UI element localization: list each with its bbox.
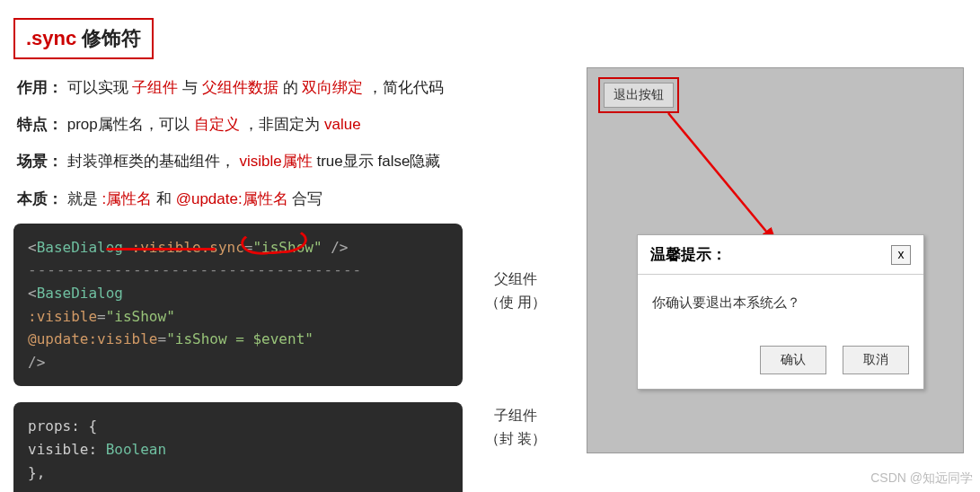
code-block-child: props: { visible: Boolean }, this.$emit(… (13, 402, 463, 492)
svg-line-0 (668, 113, 776, 243)
watermark: CSDN @知远同学 (870, 470, 973, 487)
title-suffix: 修饰符 (76, 27, 141, 49)
text: 与 (182, 79, 202, 96)
tok: < (28, 239, 37, 256)
highlight: visible属性 (239, 153, 312, 170)
annotation-line: 父组件 (485, 268, 546, 291)
highlight: 双向绑定 (302, 79, 363, 96)
desc-label: 特点： (17, 116, 63, 133)
tok: "isShow = $event" (166, 330, 313, 347)
close-button[interactable]: x (891, 245, 911, 265)
annotation-parent: 父组件 （使 用） (485, 268, 546, 313)
text: 就是 (67, 190, 102, 207)
dialog-header: 温馨提示： x (638, 235, 923, 275)
code-block-parent: <BaseDialog :visible.sync="isShow" /> --… (13, 224, 463, 387)
code-line: props: { (28, 415, 448, 438)
code-line (28, 484, 448, 492)
code-line: }, (28, 461, 448, 485)
cancel-button[interactable]: 取消 (843, 346, 909, 374)
code-line: <BaseDialog (28, 282, 448, 305)
tok: BaseDialog (37, 285, 123, 302)
tok: }, (28, 464, 45, 481)
annotation-line: （使 用） (485, 291, 546, 314)
tok: = (97, 308, 106, 325)
tok: /> (28, 354, 45, 371)
annotation-child: 子组件 （封 装） (485, 404, 546, 450)
tok: < (28, 285, 37, 302)
text: ，简化代码 (367, 79, 444, 96)
annotation-line: 子组件 (485, 404, 546, 427)
demo-panel: 退出按钮 温馨提示： x 你确认要退出本系统么？ 确认 取消 (587, 67, 964, 453)
tok: /> (322, 239, 349, 256)
logout-button[interactable]: 退出按钮 (604, 83, 674, 108)
tok: visible: (28, 441, 106, 458)
tok: props: { (28, 417, 97, 435)
tok: = (158, 330, 167, 347)
dialog-footer: 确认 取消 (638, 337, 923, 389)
text: 的 (283, 79, 303, 96)
tok: Boolean (106, 441, 166, 458)
page-title-box: .sync 修饰符 (13, 18, 154, 59)
tok: "isShow" (106, 308, 175, 325)
highlight: value (324, 116, 361, 133)
tok: @update:visible (28, 330, 158, 347)
code-line: <BaseDialog :visible.sync="isShow" /> (28, 236, 448, 259)
desc-label: 作用： (17, 79, 63, 96)
code-line: @update:visible="isShow = $event" (28, 328, 448, 351)
tok: :visible (28, 308, 97, 325)
desc-label: 本质： (17, 190, 63, 207)
code-line: /> (28, 351, 448, 374)
text: ，非固定为 (243, 116, 324, 133)
highlight: 父组件数据 (202, 79, 278, 96)
annotation-underline-icon (106, 248, 216, 250)
annotation-line: （封 装） (485, 427, 546, 451)
code-line: visible: Boolean (28, 438, 448, 461)
highlight: @update:属性名 (176, 190, 288, 207)
text: 和 (156, 190, 176, 207)
text: 合写 (292, 190, 322, 207)
dialog-body: 你确认要退出本系统么？ (638, 275, 923, 337)
logout-button-highlight: 退出按钮 (598, 77, 679, 113)
title-prefix: .sync (26, 27, 76, 49)
dialog-title: 温馨提示： (650, 244, 727, 265)
highlight: 自定义 (194, 116, 240, 133)
text: 封装弹框类的基础组件， (67, 153, 240, 170)
highlight: :属性名 (102, 190, 152, 207)
text: prop属性名，可以 (67, 116, 190, 133)
dialog: 温馨提示： x 你确认要退出本系统么？ 确认 取消 (637, 234, 924, 390)
code-separator: ----------------------------------- (28, 259, 448, 282)
highlight: 子组件 (132, 79, 178, 96)
confirm-button[interactable]: 确认 (760, 346, 826, 374)
code-line: :visible="isShow" (28, 305, 448, 329)
text: true显示 false隐藏 (316, 153, 440, 170)
desc-label: 场景： (17, 153, 63, 170)
text: 可以实现 (67, 79, 133, 96)
